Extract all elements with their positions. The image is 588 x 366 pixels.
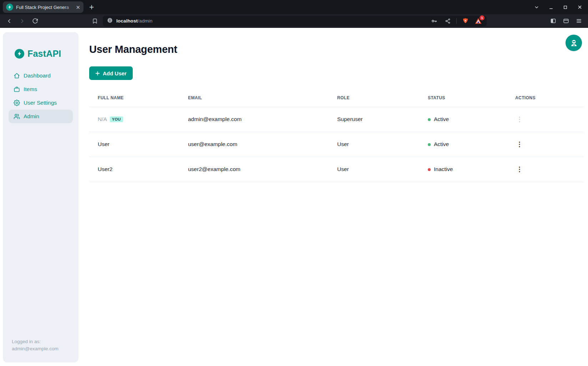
side-panel-icon[interactable] — [548, 16, 558, 26]
full-name-text: User2 — [98, 166, 112, 172]
status-text: Inactive — [434, 166, 453, 172]
sidebar-item-label: User Settings — [24, 100, 57, 106]
key-icon[interactable] — [429, 16, 439, 26]
rewards-notification-badge: 1 — [480, 15, 485, 20]
column-role: ROLE — [329, 89, 419, 107]
home-icon — [14, 72, 20, 79]
tab-search-chevron-icon[interactable] — [534, 5, 539, 10]
you-badge: YOU — [110, 116, 123, 122]
url-bar[interactable]: localhost/admin 1 — [103, 16, 487, 26]
sidebar-item-label: Items — [24, 86, 37, 92]
window-close-button[interactable] — [577, 5, 582, 10]
sidebar: FastAPI Dashboard Items User Settings Ad… — [3, 32, 78, 362]
row-actions-button[interactable]: ⋮ — [515, 166, 524, 172]
wallet-icon[interactable] — [561, 16, 571, 26]
reload-button[interactable] — [30, 16, 40, 26]
logo-text: FastAPI — [27, 49, 61, 59]
logged-in-info: Logged in as: admin@example.com — [12, 338, 59, 352]
page-content: FastAPI Dashboard Items User Settings Ad… — [0, 28, 588, 366]
cell-full-name: N/AYOU — [89, 107, 179, 132]
column-full-name: FULL NAME — [89, 89, 179, 107]
add-user-button[interactable]: Add User — [89, 66, 133, 80]
sidebar-item-label: Admin — [24, 113, 39, 120]
back-button[interactable] — [4, 16, 14, 26]
full-name-text: User — [98, 141, 110, 147]
forward-button[interactable] — [17, 16, 27, 26]
column-email: EMAIL — [179, 89, 329, 107]
sidebar-item-dashboard[interactable]: Dashboard — [9, 69, 73, 82]
cell-full-name: User — [89, 132, 179, 157]
brave-shield-icon[interactable] — [460, 16, 470, 26]
plus-icon — [95, 71, 100, 76]
window-minimize-button[interactable] — [549, 5, 553, 10]
sidebar-nav: Dashboard Items User Settings Admin — [3, 69, 78, 123]
table-header-row: FULL NAME EMAIL ROLE STATUS ACTIONS — [89, 89, 584, 107]
brave-rewards-icon[interactable]: 1 — [474, 17, 482, 25]
cell-status: Active — [419, 132, 507, 157]
url-text[interactable]: localhost/admin — [116, 18, 426, 24]
status-text: Active — [434, 141, 449, 147]
gear-icon — [14, 100, 20, 106]
site-info-icon[interactable] — [107, 17, 113, 25]
fastapi-logo-icon — [15, 49, 24, 59]
cell-actions: ⋮ — [507, 132, 584, 157]
row-actions-button[interactable]: ⋮ — [515, 141, 524, 147]
column-actions: ACTIONS — [507, 89, 584, 107]
tab-close-icon[interactable]: ✕ — [76, 5, 80, 10]
cell-status: Active — [419, 107, 507, 132]
sidebar-item-label: Dashboard — [24, 72, 51, 79]
users-table: FULL NAME EMAIL ROLE STATUS ACTIONS N/AY… — [89, 89, 584, 182]
new-tab-button[interactable]: + — [89, 0, 94, 14]
cell-email: admin@example.com — [179, 107, 329, 132]
url-host: localhost — [116, 18, 138, 24]
cell-role: Superuser — [329, 107, 419, 132]
cell-email: user@example.com — [179, 132, 329, 157]
url-path: /admin — [138, 18, 152, 24]
fastapi-logo: FastAPI — [15, 49, 78, 59]
cell-role: User — [329, 132, 419, 157]
menu-icon[interactable] — [574, 16, 584, 26]
cell-role: User — [329, 157, 419, 182]
cell-actions: ⋮ — [507, 157, 584, 182]
sidebar-item-items[interactable]: Items — [9, 82, 73, 96]
table-row: User user@example.com User Active ⋮ — [89, 132, 584, 157]
bookmark-icon[interactable] — [90, 16, 100, 26]
cell-email: user2@example.com — [179, 157, 329, 182]
logged-in-email: admin@example.com — [12, 345, 59, 352]
table-row: N/AYOU admin@example.com Superuser Activ… — [89, 107, 584, 132]
briefcase-icon — [14, 86, 20, 92]
sidebar-item-user-settings[interactable]: User Settings — [9, 96, 73, 110]
browser-tab[interactable]: Full Stack Project Genera ✕ — [3, 1, 83, 13]
share-icon[interactable] — [443, 16, 453, 26]
window-maximize-button[interactable] — [563, 5, 568, 10]
page-title: User Management — [89, 44, 584, 55]
status-text: Active — [434, 116, 449, 122]
full-name-text: N/A — [98, 116, 107, 122]
users-icon — [14, 113, 20, 120]
cell-status: Inactive — [419, 157, 507, 182]
status-dot — [428, 143, 431, 146]
table-body: N/AYOU admin@example.com Superuser Activ… — [89, 107, 584, 182]
row-actions-button[interactable]: ⋮ — [515, 116, 524, 122]
browser-tab-bar: Full Stack Project Genera ✕ + — [0, 0, 588, 14]
cell-actions: ⋮ — [507, 107, 584, 132]
browser-toolbar: localhost/admin 1 — [0, 14, 588, 28]
fastapi-favicon-icon — [6, 4, 13, 11]
status-dot — [428, 118, 431, 121]
main-area: User Management Add User FULL NAME EMAIL… — [89, 28, 584, 182]
cell-full-name: User2 — [89, 157, 179, 182]
table-row: User2 user2@example.com User Inactive ⋮ — [89, 157, 584, 182]
add-user-label: Add User — [103, 70, 127, 76]
sidebar-item-admin[interactable]: Admin — [9, 110, 73, 123]
column-status: STATUS — [419, 89, 507, 107]
status-dot — [428, 168, 431, 171]
logged-in-label: Logged in as: — [12, 338, 59, 345]
